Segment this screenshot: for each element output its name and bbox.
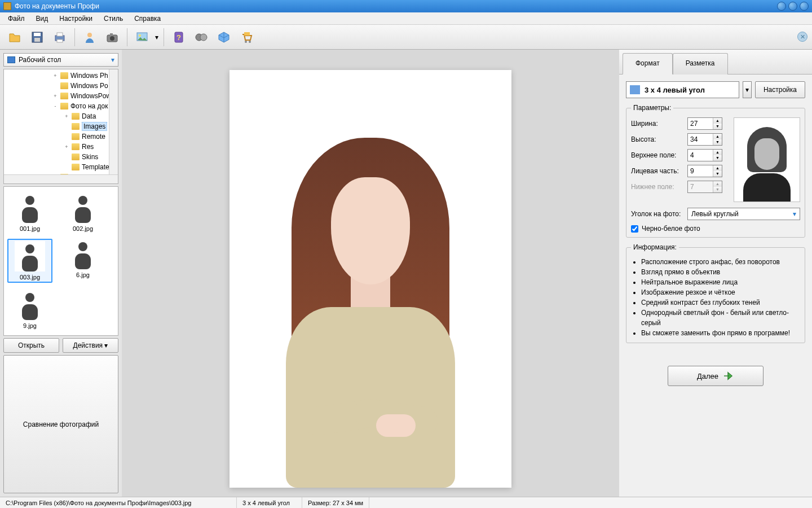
format-preview [734,117,800,202]
info-item: Вы сможете заменить фон прямо в программ… [641,328,800,338]
format-preset-combo[interactable]: 3 x 4 левый угол [626,81,739,98]
print-button[interactable] [50,27,70,47]
status-preset: 3 x 4 левый угол [237,497,302,508]
tab-format[interactable]: Формат [623,53,673,75]
svg-point-18 [249,41,251,43]
actions-button[interactable]: Действия ▾ [63,338,118,353]
thumbnail[interactable]: 6.jpg [60,239,105,283]
right-panel: Формат Разметка 3 x 4 левый угол ▾ Настр… [619,50,812,497]
main-photo[interactable] [230,70,511,488]
open-button[interactable]: Открыть [3,338,59,353]
tree-item[interactable]: -Фото на док [4,101,118,111]
svg-rect-9 [110,33,113,36]
help-button[interactable]: ? [169,27,189,47]
svg-text:?: ? [176,33,181,42]
face-spinner[interactable]: 9▲▼ [687,165,722,177]
corner-combo[interactable]: Левый круглый ▾ [687,208,800,220]
thumbnail[interactable]: 001.jpg [7,192,52,232]
svg-rect-5 [57,40,63,42]
svg-point-11 [139,34,141,37]
tree-scrollbar-v[interactable] [109,69,118,183]
menu-file[interactable]: Файл [2,13,30,24]
tree-item[interactable]: +WindowsPow [4,91,118,101]
width-label: Ширина: [631,120,684,128]
close-button[interactable] [800,2,809,11]
video-button[interactable] [191,27,211,47]
format-icon [630,85,640,94]
settings-button[interactable]: Настройка [755,81,805,98]
info-item: Изображение резкое и чёткое [641,287,800,297]
thumbnail[interactable]: 9.jpg [7,290,52,329]
camera-button[interactable] [102,27,122,47]
thumbnail[interactable]: 003.jpg [7,239,52,283]
cart-button[interactable] [236,27,257,47]
menu-settings[interactable]: Настройки [54,13,98,24]
face-label: Лицевая часть: [631,167,684,175]
info-item: Средний контраст без глубоких теней [641,297,800,308]
window-title: Фото на документы Профи [15,2,775,10]
tree-item[interactable]: +Data [4,111,118,121]
info-group: Информация: Расположение строго анфас, б… [626,243,805,343]
package-button[interactable] [214,27,234,47]
svg-rect-1 [34,33,41,36]
top-field-label: Верхнее поле: [631,151,684,159]
chevron-down-icon: ▾ [793,210,796,218]
svg-point-8 [110,36,114,41]
info-item: Нейтральное выражение лица [641,277,800,287]
next-button[interactable]: Далее [668,366,764,386]
tree-item[interactable]: Skins [4,152,118,162]
compare-button[interactable]: Сравнение фотографий [3,355,118,493]
svg-point-15 [200,34,207,41]
bottom-field-label: Нижнее поле: [631,183,684,191]
chevron-down-icon: ▾ [111,56,114,64]
info-legend: Информация: [631,243,679,251]
format-preset-dropdown[interactable]: ▾ [743,81,752,98]
tree-item[interactable]: +Windows Ph [4,71,118,81]
tree-item[interactable]: +Res [4,142,118,152]
menu-view[interactable]: Вид [30,13,54,24]
tab-markup[interactable]: Разметка [673,53,728,75]
top-field-spinner[interactable]: 4▲▼ [687,149,722,161]
image-dropdown-arrow[interactable]: ▾ [153,33,160,41]
folder-tree[interactable]: +Windows PhWindows Po+WindowsPow-Фото на… [3,69,118,184]
tree-scrollbar-h[interactable] [4,174,118,183]
corner-value: Левый круглый [691,210,793,218]
thumbnail-grid: 001.jpg002.jpg003.jpg6.jpg9.jpg [3,186,118,336]
params-group: Параметры: Ширина: 27▲▼ Высота: 34▲▼ Вер… [626,104,805,238]
toolbar: ▾ ? ✕ [0,25,812,50]
height-spinner[interactable]: 34▲▼ [687,133,722,146]
tree-item[interactable]: Windows Po [4,81,118,91]
person-button[interactable] [80,27,100,47]
width-spinner[interactable]: 27▲▼ [687,117,722,130]
svg-rect-4 [57,33,63,36]
svg-point-17 [245,41,247,43]
tree-item[interactable]: Remote [4,132,118,142]
thumbnail[interactable]: 002.jpg [60,192,105,232]
desktop-icon [7,56,15,63]
info-item: Взгляд прямо в объектив [641,267,800,277]
status-size: Размер: 27 x 34 мм [302,497,369,508]
menu-style[interactable]: Стиль [98,13,129,24]
save-button[interactable] [27,27,47,47]
bw-label: Черно-белое фото [642,225,700,233]
location-combo[interactable]: Рабочий стол ▾ [3,53,118,67]
open-folder-button[interactable] [5,27,25,47]
status-path: C:\Program Files (x86)\Фото на документы… [0,497,237,508]
bw-checkbox[interactable] [631,225,638,233]
format-preset-text: 3 x 4 левый угол [645,86,705,94]
image-dropdown-button[interactable] [132,27,152,47]
minimize-button[interactable] [777,2,786,11]
arrow-right-icon [723,371,734,380]
bottom-field-spinner: 7▲▼ [687,181,722,193]
svg-rect-16 [244,32,250,36]
tree-item[interactable]: Images [4,121,118,132]
close-panel-button[interactable]: ✕ [797,32,807,42]
sidebar: Рабочий стол ▾ +Windows PhWindows Po+Win… [0,50,122,497]
canvas-area [122,50,619,497]
svg-point-6 [87,33,92,37]
tree-item[interactable]: Template [4,162,118,172]
menu-help[interactable]: Справка [129,13,166,24]
corner-label: Уголок на фото: [631,210,684,218]
maximize-button[interactable] [788,2,797,11]
height-label: Высота: [631,135,684,143]
